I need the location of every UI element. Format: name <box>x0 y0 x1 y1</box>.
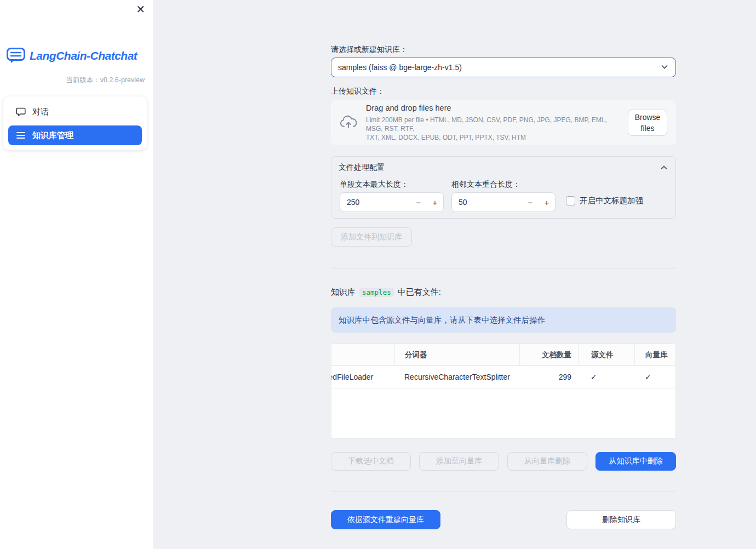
overlap-size-label: 相邻文本重合长度： <box>451 180 520 190</box>
main-content: 请选择或新建知识库： samples (faiss @ bge-large-zh… <box>331 0 676 549</box>
files-line-suffix: 中已有文件: <box>398 287 441 298</box>
chunk-size-value[interactable]: 250 <box>340 198 410 207</box>
cell-doc-count: 299 <box>519 366 578 388</box>
col-header-vector-store[interactable]: 向量库 <box>634 344 676 365</box>
kb-selectbox-value: samples (faiss @ bge-large-zh-v1.5) <box>338 63 660 72</box>
kb-name-code: samples <box>359 288 394 297</box>
chat-icon <box>16 107 26 117</box>
add-to-vector-store-button[interactable]: 添加至向量库 <box>419 452 499 471</box>
version-label: 当前版本：v0.2.6-preview <box>66 76 145 85</box>
kb-files-table-inner: 文档加载器 分词器 文档数量 源文件 向量库 UnstructuredFileL… <box>331 344 676 388</box>
files-line-prefix: 知识库 <box>331 287 356 298</box>
cloud-upload-icon <box>340 115 357 131</box>
col-header-loader[interactable]: 文档加载器 <box>331 344 394 365</box>
sidebar-item-dialogue[interactable]: 对话 <box>8 101 142 122</box>
chunk-size-label: 单段文本最大长度： <box>340 180 409 190</box>
divider <box>331 268 676 269</box>
uploader-text: Drag and drop files here Limit 200MB per… <box>366 104 621 142</box>
kb-select-label: 请选择或新建知识库： <box>331 45 408 55</box>
logo-text: LangChain-Chatchat <box>30 49 137 62</box>
overlap-size-value[interactable]: 50 <box>452 198 522 207</box>
cell-source-file-check: ✓ <box>578 366 634 388</box>
app-root: ✕ LangChain-Chatchat 当前版本：v0.2.6-preview <box>0 0 756 549</box>
info-banner: 知识库中包含源文件与向量库，请从下表中选择文件后操作 <box>331 307 676 333</box>
file-actions-row: 下载选中文档 添加至向量库 从向量库删除 从知识库中删除 <box>331 452 676 471</box>
sidebar-menu: 对话 知识库管理 <box>3 96 147 150</box>
sidebar-item-label: 知识库管理 <box>32 130 73 141</box>
add-files-to-kb-button[interactable]: 添加文件到知识库 <box>331 227 412 247</box>
zh-title-enhance-row: 开启中文标题加强 <box>566 196 643 206</box>
col-header-splitter[interactable]: 分词器 <box>394 344 519 365</box>
table-row[interactable]: UnstructuredFileLoader RecursiveCharacte… <box>331 366 676 388</box>
kb-selectbox[interactable]: samples (faiss @ bge-large-zh-v1.5) <box>331 58 676 77</box>
sidebar-item-knowledge-base[interactable]: 知识库管理 <box>8 125 142 145</box>
download-selected-button[interactable]: 下载选中文档 <box>331 452 411 471</box>
zh-title-enhance-checkbox[interactable] <box>566 196 575 205</box>
delete-kb-button[interactable]: 删除知识库 <box>566 510 676 529</box>
col-header-doc-count[interactable]: 文档数量 <box>519 344 578 365</box>
delete-from-kb-button[interactable]: 从知识库中删除 <box>595 452 676 471</box>
browse-files-button[interactable]: Browse files <box>628 110 667 136</box>
decrement-button[interactable]: − <box>522 193 539 211</box>
sidebar-close-icon[interactable]: ✕ <box>136 2 145 16</box>
cell-splitter: RecursiveCharacterTextSplitter <box>394 366 519 388</box>
col-header-source-file[interactable]: 源文件 <box>578 344 634 365</box>
overlap-size-input[interactable]: 50 − + <box>451 192 555 212</box>
upload-limit-text: Limit 200MB per file • HTML, MD, JSON, C… <box>366 116 621 142</box>
cell-loader: UnstructuredFileLoader <box>331 366 394 388</box>
knowledge-base-icon <box>16 130 26 140</box>
expander-title[interactable]: 文件处理配置 <box>339 163 385 173</box>
sidebar: ✕ LangChain-Chatchat 当前版本：v0.2.6-preview <box>0 0 153 549</box>
chevron-down-icon <box>660 62 669 73</box>
file-uploader-dropzone[interactable]: Drag and drop files here Limit 200MB per… <box>331 100 676 145</box>
logo: LangChain-Chatchat <box>6 47 137 64</box>
drop-files-text: Drag and drop files here <box>366 104 621 112</box>
increment-button[interactable]: + <box>427 193 443 211</box>
kb-files-table[interactable]: 文档加载器 分词器 文档数量 源文件 向量库 UnstructuredFileL… <box>331 344 676 439</box>
chevron-up-icon[interactable] <box>660 163 668 174</box>
sidebar-item-label: 对话 <box>32 107 49 117</box>
file-config-expander: 文件处理配置 单段文本最大长度： 250 − + 相邻文本重合长度： 50 − … <box>331 156 676 219</box>
chunk-size-input[interactable]: 250 − + <box>340 192 444 212</box>
existing-files-line: 知识库 samples 中已有文件: <box>331 287 441 298</box>
upload-label: 上传知识文件： <box>331 87 385 96</box>
increment-button[interactable]: + <box>539 193 555 211</box>
zh-title-enhance-label: 开启中文标题加强 <box>580 196 643 206</box>
cell-vector-store-check: ✓ <box>634 366 676 388</box>
rebuild-vector-store-button[interactable]: 依据源文件重建向量库 <box>331 510 440 529</box>
remove-from-vector-store-button[interactable]: 从向量库删除 <box>507 452 587 471</box>
divider <box>331 491 676 492</box>
chat-bubble-logo-icon <box>6 47 26 64</box>
decrement-button[interactable]: − <box>410 193 427 211</box>
table-header-row: 文档加载器 分词器 文档数量 源文件 向量库 <box>331 344 676 366</box>
